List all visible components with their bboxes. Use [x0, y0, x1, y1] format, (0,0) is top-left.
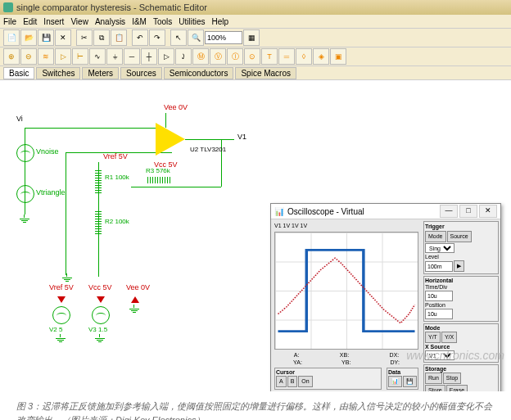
tab-spice[interactable]: Spice Macros: [235, 67, 296, 79]
storage-header: Storage: [425, 366, 497, 372]
comp-wire-icon[interactable]: ─: [124, 48, 140, 65]
comp-ind-icon[interactable]: ≋: [38, 48, 54, 65]
data-header: Data: [388, 369, 417, 375]
menu-im[interactable]: I&M: [132, 17, 147, 26]
opamp[interactable]: [156, 123, 185, 156]
resistor-r2[interactable]: [95, 211, 102, 234]
data-export-button[interactable]: 📊: [388, 376, 402, 387]
trigger-run-button[interactable]: ▶: [454, 260, 464, 272]
tab-meters[interactable]: Meters: [82, 67, 119, 79]
storage-run-button[interactable]: Run: [425, 373, 442, 384]
tool-paste-icon[interactable]: 📋: [111, 29, 127, 46]
gnd-icon: [129, 308, 139, 314]
tab-basic[interactable]: Basic: [3, 67, 34, 79]
menu-file[interactable]: File: [3, 17, 16, 26]
trace-triangle: [278, 258, 414, 323]
maximize-button[interactable]: □: [459, 205, 477, 218]
menu-insert[interactable]: Insert: [43, 17, 64, 26]
source-v2[interactable]: [52, 306, 70, 324]
trigger-single-select[interactable]: Single: [425, 243, 454, 253]
tool-zoom-icon[interactable]: 🔍: [188, 29, 204, 46]
source-vnoise[interactable]: [16, 144, 34, 162]
trigger-source-button[interactable]: Source: [447, 231, 472, 242]
menu-view[interactable]: View: [70, 17, 88, 26]
tool-close-icon[interactable]: ✕: [55, 29, 71, 46]
tool-copy-icon[interactable]: ⧉: [93, 29, 110, 46]
comp-gnd-icon[interactable]: ⏚: [106, 48, 123, 65]
app-icon: [3, 2, 13, 12]
hpos-input[interactable]: [425, 309, 453, 319]
minimize-button[interactable]: —: [440, 205, 458, 218]
trace-square: [278, 250, 414, 331]
label-v2: V2 5: [49, 326, 62, 333]
comp-label-icon[interactable]: T: [261, 48, 278, 65]
storage-store-button[interactable]: Store: [425, 385, 445, 391]
label-vee-bot: Vee 0V: [126, 283, 150, 291]
cursor-b-button[interactable]: B: [287, 376, 298, 387]
zoom-input[interactable]: [205, 31, 242, 44]
tool-redo-icon[interactable]: ↷: [149, 29, 165, 46]
title-bar: single comparator hysteresis - Schematic…: [0, 0, 511, 15]
gnd-icon: [62, 277, 72, 283]
comp-transistor-icon[interactable]: ⊢: [72, 48, 88, 65]
comp-vsrc-icon[interactable]: Ⓥ: [210, 48, 226, 65]
menu-help[interactable]: Help: [212, 17, 229, 26]
schematic-canvas[interactable]: Vi Vnoise Vtriangle Vee 0V U2 TLV3201 Vc…: [0, 80, 511, 391]
comp-switch-icon[interactable]: ⤸: [175, 48, 192, 65]
menu-utilities[interactable]: Utilities: [179, 17, 205, 26]
cursor-on-button[interactable]: On: [298, 376, 312, 387]
comp-net-icon[interactable]: ◈: [313, 48, 329, 65]
tool-grid-icon[interactable]: ▦: [243, 29, 260, 46]
comp-probe-icon[interactable]: ⊙: [244, 48, 260, 65]
source-v3[interactable]: [92, 306, 110, 324]
tool-new-icon[interactable]: 📄: [3, 29, 20, 46]
cursor-header: Cursor: [276, 369, 380, 375]
tab-semiconductors[interactable]: Semiconductors: [164, 67, 234, 79]
comp-cap-icon[interactable]: ⊖: [20, 48, 37, 65]
tool-select-icon[interactable]: ↖: [170, 29, 187, 46]
arrow-up-icon: [131, 296, 139, 303]
comp-junction-icon[interactable]: ┼: [141, 48, 157, 65]
mode-yt-button[interactable]: Y/T: [425, 332, 441, 343]
close-button[interactable]: ✕: [479, 205, 497, 218]
figure-caption: 图 3：迟滞将正反馈施加到参考输入端，使阈值按照固定的增量进行偏移。这样，由输入…: [0, 391, 511, 420]
osc-plot[interactable]: [274, 232, 418, 350]
tab-switches[interactable]: Switches: [36, 67, 80, 79]
osc-signals: V1 1V 1V 1V: [273, 221, 420, 230]
comp-macro-icon[interactable]: ▣: [330, 48, 346, 65]
timediv-input[interactable]: [425, 291, 453, 301]
menu-analysis[interactable]: Analysis: [95, 17, 125, 26]
comp-resistor-icon[interactable]: ⊕: [3, 48, 20, 65]
label-v3: V3 1.5: [88, 326, 107, 333]
trigger-mode-button[interactable]: Mode: [425, 231, 446, 242]
oscilloscope-window[interactable]: 📊 Oscilloscope - Virtual — □ ✕ V1 1V 1V …: [270, 203, 501, 391]
tool-save-icon[interactable]: 💾: [38, 29, 54, 46]
resistor-r1[interactable]: [95, 170, 102, 193]
comp-meter-icon[interactable]: Ⓜ: [192, 48, 209, 65]
label-vref-bot: Vref 5V: [49, 283, 74, 291]
resistor-r3[interactable]: [147, 177, 170, 183]
comp-isrc-icon[interactable]: Ⓘ: [227, 48, 243, 65]
comp-source-icon[interactable]: ∿: [89, 48, 106, 65]
tab-sources[interactable]: Sources: [120, 67, 162, 79]
menu-edit[interactable]: Edit: [23, 17, 37, 26]
mode-header: Mode: [425, 325, 497, 331]
tool-cut-icon[interactable]: ✂: [76, 29, 93, 46]
comp-port-icon[interactable]: ◊: [296, 48, 312, 65]
tool-open-icon[interactable]: 📂: [20, 29, 37, 46]
comp-diode-icon[interactable]: ▷: [55, 48, 71, 65]
storage-stop-button[interactable]: Stop: [443, 373, 461, 384]
cursor-a-button[interactable]: A: [276, 376, 287, 387]
comp-opamp-icon[interactable]: ▷: [158, 48, 174, 65]
source-vtriangle[interactable]: [16, 185, 34, 203]
comp-bus-icon[interactable]: ═: [278, 48, 295, 65]
label-v1: V1: [237, 133, 246, 141]
data-save-button[interactable]: 💾: [403, 376, 417, 387]
gnd-icon: [20, 218, 29, 224]
menu-tools[interactable]: Tools: [153, 17, 172, 26]
trigger-level-input[interactable]: [425, 261, 453, 272]
trigger-header: Trigger: [425, 224, 445, 229]
tool-undo-icon[interactable]: ↶: [132, 29, 148, 46]
storage-erase-button[interactable]: Erase: [446, 385, 468, 391]
mode-yx-button[interactable]: Y/X: [441, 332, 457, 343]
